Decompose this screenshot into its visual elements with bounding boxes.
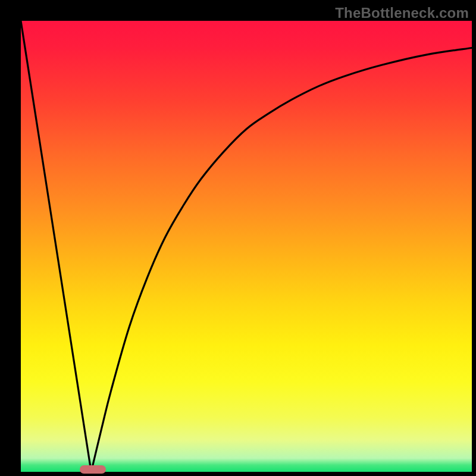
chart-frame: TheBottleneck.com [0, 0, 476, 476]
watermark-label: TheBottleneck.com [335, 5, 469, 21]
plot-area [21, 21, 472, 472]
right-branch-line [91, 48, 472, 472]
bottleneck-marker [80, 465, 106, 474]
curve-layer [21, 21, 472, 472]
left-branch-line [21, 21, 91, 472]
